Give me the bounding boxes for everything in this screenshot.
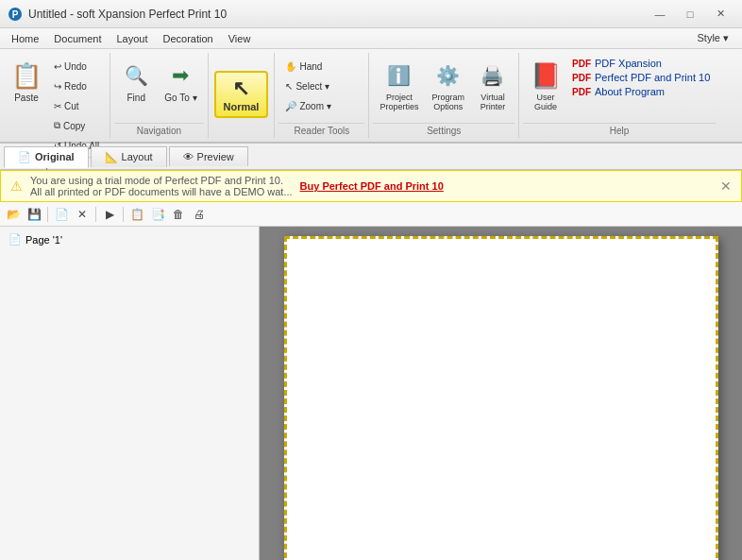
perfect-pdf-icon: PDF	[572, 73, 591, 83]
menu-home[interactable]: Home	[4, 28, 46, 48]
multi-button[interactable]: 📑	[148, 205, 167, 224]
zoom-label: Zoom ▾	[299, 101, 330, 111]
project-properties-button[interactable]: ℹ️ ProjectProperties	[375, 57, 423, 115]
copy-icon: ⧉	[54, 120, 60, 131]
menu-decoration[interactable]: Decoration	[156, 28, 221, 48]
normal-icon: ↖	[232, 76, 249, 101]
redo-label: Redo	[64, 81, 87, 92]
delete-button[interactable]: 🗑	[169, 205, 188, 224]
svg-text:P: P	[12, 9, 19, 20]
toolbar-separator-1	[47, 207, 48, 222]
about-program-link[interactable]: PDF About Program	[568, 85, 714, 98]
user-guide-icon: 📕	[531, 60, 561, 91]
undo-icon: ↩	[54, 61, 61, 72]
ribbon: 📋 Paste ↩ Undo ↪ Redo ✂ Cut ⧉	[0, 49, 742, 144]
sub-toolbar: 📂 💾 📄 ✕ ▶ 📋 📑 🗑 🖨	[0, 202, 742, 227]
save-button[interactable]: 💾	[25, 205, 43, 224]
list-item[interactable]: 📄 Page '1'	[4, 230, 255, 248]
find-icon: 🔍	[121, 60, 151, 91]
tab-layout-icon: 📐	[105, 151, 118, 163]
undo-label: Undo	[64, 61, 87, 72]
normal-mode-button[interactable]: ↖ Normal	[214, 71, 269, 118]
page-remove-button[interactable]: ✕	[73, 205, 92, 224]
reader-tools-group-label: Reader Tools	[278, 123, 364, 136]
redo-icon: ↪	[54, 81, 61, 92]
tab-preview[interactable]: 👁 Preview	[169, 146, 248, 166]
zoom-button[interactable]: 🔎 Zoom ▾	[280, 96, 335, 115]
perfect-pdf-label: Perfect PDF and Print 10	[595, 72, 710, 83]
navigation-group-label: Navigation	[114, 123, 203, 136]
menu-document[interactable]: Document	[46, 28, 109, 48]
tab-layout[interactable]: 📐 Layout	[91, 146, 167, 167]
tab-preview-label: Preview	[197, 151, 234, 162]
ribbon-group-navigation: 🔍 Find ➡ Go To ▾ Navigation	[110, 53, 208, 138]
window-title: Untitled - soft Xpansion Perfect Print 1…	[28, 8, 646, 21]
menu-bar: Home Document Layout Decoration View Sty…	[0, 28, 742, 49]
find-label: Find	[127, 93, 145, 103]
clipboard-small-col: ↩ Undo ↪ Redo ✂ Cut ⧉ Copy ↺ Undo All	[49, 57, 104, 155]
print-button[interactable]: 🖨	[190, 205, 209, 224]
maximize-button[interactable]: □	[676, 5, 704, 24]
tab-original[interactable]: 📄 Original	[4, 146, 89, 168]
paste-label: Paste	[14, 93, 39, 103]
help-group-label: Help	[523, 123, 716, 136]
toolbar-separator-2	[95, 207, 96, 222]
tab-original-label: Original	[35, 151, 75, 162]
help-links-col: PDF PDF Xpansion PDF Perfect PDF and Pri…	[568, 57, 714, 98]
style-button[interactable]: Style ▾	[687, 30, 738, 46]
trial-text-line2: All all printed or PDF documents will ha…	[30, 186, 293, 197]
ribbon-group-settings: ℹ️ ProjectProperties ⚙️ ProgramOptions 🖨…	[369, 53, 519, 138]
goto-label: Go To ▾	[164, 93, 196, 103]
find-button[interactable]: 🔍 Find	[116, 57, 156, 107]
project-label: ProjectProperties	[379, 93, 418, 111]
user-guide-button[interactable]: 📕 UserGuide	[525, 57, 566, 115]
copy-button[interactable]: ⧉ Copy	[49, 116, 104, 135]
page-add-button[interactable]: 📄	[52, 205, 71, 224]
pdf-xpansion-link[interactable]: PDF PDF Xpansion	[568, 57, 714, 70]
undo-button[interactable]: ↩ Undo	[49, 57, 104, 76]
paste-icon: 📋	[11, 60, 42, 91]
new-button[interactable]: 📂	[4, 205, 23, 224]
user-guide-label: UserGuide	[534, 93, 557, 111]
about-label: About Program	[595, 86, 665, 97]
close-button[interactable]: ✕	[706, 5, 734, 24]
minimize-button[interactable]: —	[646, 5, 674, 24]
trial-banner: ⚠ You are using a trial mode of Perfect …	[0, 170, 742, 202]
tab-preview-icon: 👁	[183, 151, 194, 162]
trial-text-line1: You are using a trial mode of Perfect PD…	[30, 175, 293, 186]
virtual-printer-button[interactable]: 🖨️ VirtualPrinter	[473, 57, 513, 115]
trial-close-button[interactable]: ✕	[720, 178, 732, 194]
redo-button[interactable]: ↪ Redo	[49, 76, 104, 95]
cut-button[interactable]: ✂ Cut	[49, 96, 104, 115]
toolbar-separator-3	[123, 207, 124, 222]
ribbon-group-mode: ↖ Normal	[209, 53, 276, 138]
settings-group-label: Settings	[373, 123, 514, 136]
pdf-xpansion-icon: PDF	[572, 59, 591, 69]
zoom-icon: 🔎	[285, 101, 296, 111]
play-button[interactable]: ▶	[100, 205, 119, 224]
ribbon-group-clipboard: 📋 Paste ↩ Undo ↪ Redo ✂ Cut ⧉	[0, 53, 110, 138]
buy-link[interactable]: Buy Perfect PDF and Print 10	[300, 180, 444, 192]
ribbon-group-reader-tools: ✋ Hand ↖ Select ▾ 🔎 Zoom ▾ Reader Tools	[275, 53, 369, 138]
perfect-pdf-link[interactable]: PDF Perfect PDF and Print 10	[568, 71, 714, 84]
goto-button[interactable]: ➡ Go To ▾	[160, 57, 201, 107]
trial-icon: ⚠	[10, 178, 23, 194]
select-button[interactable]: ↖ Select ▾	[280, 76, 335, 95]
cut-label: Cut	[64, 101, 79, 111]
paste-button[interactable]: 📋 Paste	[6, 57, 47, 107]
hand-button[interactable]: ✋ Hand	[280, 57, 335, 76]
page-tree: 📄 Page '1'	[0, 227, 259, 560]
page-canvas	[284, 236, 718, 560]
hand-icon: ✋	[285, 61, 296, 72]
pdf-xpansion-label: PDF Xpansion	[595, 58, 662, 69]
menu-view[interactable]: View	[221, 28, 259, 48]
copy2-button[interactable]: 📋	[127, 205, 146, 224]
virtual-printer-icon: 🖨️	[478, 60, 508, 91]
left-panel: 📄 Page '1' Property Value Width 210.0 mm	[0, 227, 260, 560]
page-icon: 📄	[8, 233, 22, 246]
program-options-button[interactable]: ⚙️ ProgramOptions	[427, 57, 469, 115]
menu-layout[interactable]: Layout	[109, 28, 155, 48]
hand-label: Hand	[299, 61, 322, 72]
program-options-icon: ⚙️	[433, 60, 464, 91]
tab-layout-label: Layout	[122, 151, 153, 162]
